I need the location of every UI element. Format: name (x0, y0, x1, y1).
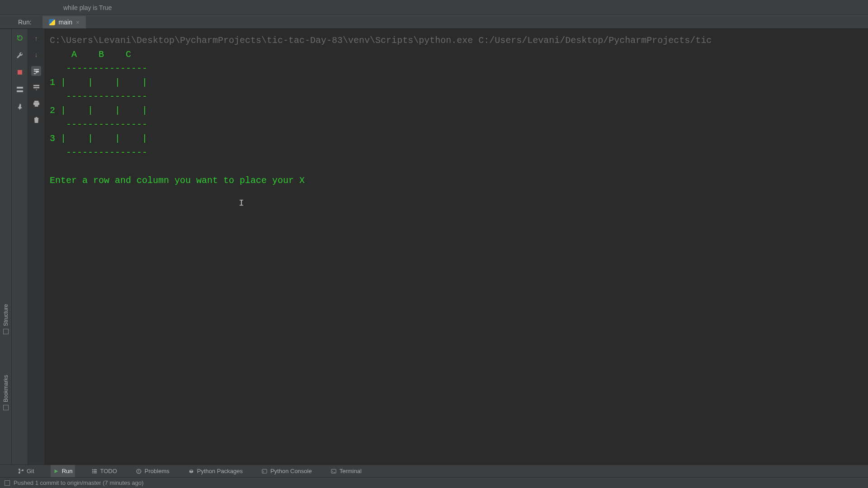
packages-label: Python Packages (197, 468, 243, 474)
python-console-tool-button[interactable]: Python Console (259, 465, 315, 477)
text-cursor: I (239, 196, 244, 210)
run-label: Run: (18, 19, 32, 26)
layout-button[interactable] (15, 85, 24, 94)
problems-label: Problems (145, 468, 170, 474)
svg-point-9 (19, 472, 20, 474)
python-packages-tool-button[interactable]: Python Packages (186, 465, 245, 477)
output-line: --------------- (50, 63, 147, 74)
play-icon (53, 468, 59, 474)
structure-icon (3, 329, 9, 334)
status-bar: Pushed 1 commit to origin/master (7 minu… (0, 477, 868, 488)
bottom-tool-bar: Git Run TODO Problems Python Packages (0, 465, 868, 477)
output-line: 1 | | | | (50, 77, 147, 88)
structure-label: Structure (3, 304, 9, 326)
problems-icon (136, 468, 142, 474)
package-icon (189, 468, 194, 474)
python-console-icon (262, 468, 268, 474)
git-branch-icon (18, 468, 24, 474)
breadcrumb-bar: while play is True (0, 0, 868, 15)
svg-rect-2 (17, 90, 23, 92)
stop-button[interactable] (15, 68, 24, 77)
status-icon (5, 480, 10, 486)
git-label: Git (27, 468, 34, 474)
run-tab-main[interactable]: main × (42, 16, 86, 28)
problems-tool-button[interactable]: Problems (133, 465, 172, 477)
svg-point-10 (22, 469, 24, 471)
svg-rect-0 (18, 70, 22, 75)
svg-rect-7 (34, 104, 38, 107)
pin-button[interactable] (15, 102, 24, 111)
close-icon[interactable]: × (76, 19, 80, 26)
svg-rect-4 (33, 87, 39, 88)
scroll-to-end-button[interactable] (31, 82, 41, 92)
bookmarks-label: Bookmarks (3, 375, 9, 402)
arrow-down-icon: ↓ (35, 51, 38, 58)
scroll-up-button[interactable]: ↑ (31, 33, 41, 43)
wrench-button[interactable] (15, 51, 24, 60)
svg-rect-5 (34, 100, 38, 102)
terminal-tool-button[interactable]: Terminal (328, 465, 364, 477)
print-button[interactable] (31, 99, 41, 108)
svg-rect-15 (92, 472, 94, 473)
status-message: Pushed 1 commit to origin/master (7 minu… (14, 479, 144, 486)
pyconsole-label: Python Console (270, 468, 312, 474)
todo-label: TODO (100, 468, 117, 474)
terminal-label: Terminal (340, 468, 362, 474)
svg-rect-13 (92, 471, 94, 472)
run-tab-bar: Run: main × (0, 15, 868, 29)
svg-rect-3 (33, 84, 39, 86)
svg-rect-18 (262, 469, 267, 473)
scroll-down-button[interactable]: ↓ (31, 50, 41, 60)
clear-all-button[interactable] (31, 115, 41, 125)
structure-tool-button[interactable]: Structure (3, 304, 9, 334)
svg-rect-14 (94, 471, 97, 472)
run-tab-label: main (59, 19, 72, 26)
output-line: --------------- (50, 119, 147, 130)
svg-rect-11 (92, 469, 94, 470)
command-path: C:\Users\Levani\Desktop\PycharmProjects\… (50, 35, 712, 46)
output-line: A B C (50, 49, 131, 60)
terminal-icon (331, 468, 337, 474)
console-output[interactable]: C:\Users\Levani\Desktop\PycharmProjects\… (44, 29, 868, 465)
svg-point-8 (19, 469, 20, 470)
svg-rect-12 (94, 469, 97, 470)
left-tool-strip: Structure Bookmarks (0, 29, 12, 465)
todo-icon (91, 468, 97, 474)
output-line: --------------- (50, 91, 147, 102)
bookmarks-tool-button[interactable]: Bookmarks (3, 375, 9, 410)
svg-rect-1 (17, 87, 23, 89)
arrow-up-icon: ↑ (35, 35, 38, 42)
output-prompt: Enter a row and column you want to place… (50, 175, 310, 186)
run-tool-button[interactable]: Run (51, 465, 75, 477)
git-tool-button[interactable]: Git (15, 465, 37, 477)
bookmarks-icon (3, 405, 9, 410)
output-line: 3 | | | | (50, 133, 147, 144)
run-gutter-primary (12, 29, 28, 465)
todo-tool-button[interactable]: TODO (89, 465, 119, 477)
python-icon (49, 19, 55, 25)
run-label: Run (62, 468, 73, 474)
output-line: --------------- (50, 147, 147, 158)
output-line: 2 | | | | (50, 105, 147, 116)
run-gutter-secondary: ↑ ↓ (28, 29, 44, 465)
soft-wrap-button[interactable] (31, 66, 41, 76)
breadcrumb-text: while play is True (63, 4, 112, 11)
rerun-button[interactable] (15, 33, 24, 42)
svg-rect-16 (94, 472, 97, 473)
